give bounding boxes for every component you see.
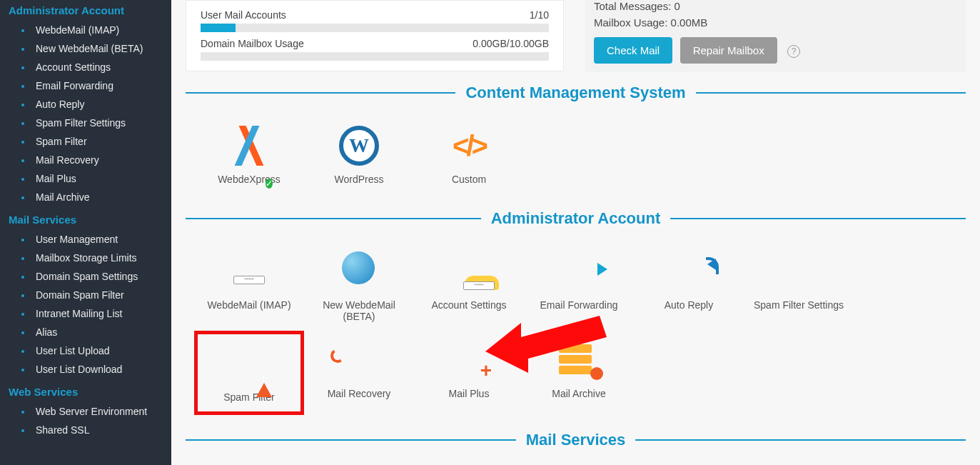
- user-settings-icon: *****: [449, 256, 489, 287]
- app-auto-reply[interactable]: Auto Reply: [634, 242, 744, 331]
- webdexpress-icon: [231, 127, 268, 164]
- sidebar-item-label: Spam Filter: [36, 136, 87, 147]
- app-label: New WebdeMail (BETA): [305, 299, 413, 322]
- mail-icon: *****: [229, 256, 269, 287]
- app-mail-plus[interactable]: + Mail Plus: [414, 331, 524, 415]
- sidebar-group-webservices-list: Web Server Environment Shared SSL: [0, 402, 171, 442]
- code-icon: </>: [453, 130, 485, 162]
- sidebar-item-label: Account Settings: [36, 61, 111, 73]
- sidebar-item-alias[interactable]: Alias: [0, 323, 171, 341]
- sidebar-item-label: Alias: [36, 326, 57, 338]
- cms-grid: ✓ WebdeXpress W WordPress </> Custom: [186, 112, 966, 202]
- sidebar-item-label: Auto Reply: [36, 99, 84, 110]
- check-mail-button[interactable]: Check Mail: [594, 37, 672, 64]
- app-new-webdemail-beta[interactable]: New WebdeMail (BETA): [304, 242, 414, 331]
- sidebar-item-intranet-mailing-list[interactable]: Intranet Mailing List: [0, 304, 171, 323]
- sidebar-item-mailbox-storage-limits[interactable]: Mailbox Storage Limits: [0, 249, 171, 267]
- section-title-cms: Content Management System: [455, 84, 695, 102]
- sidebar-item-label: Shared SSL: [36, 424, 90, 436]
- app-webdemail-imap[interactable]: ***** WebdeMail (IMAP): [194, 242, 304, 331]
- sidebar-item-mail-archive[interactable]: Mail Archive: [0, 188, 171, 206]
- sidebar-item-user-management[interactable]: User Management: [0, 230, 171, 249]
- app-label: WebdeXpress: [196, 174, 303, 185]
- sidebar-item-domain-spam-settings[interactable]: Domain Spam Settings: [0, 267, 171, 286]
- sidebar-item-label: Mail Recovery: [36, 154, 99, 166]
- app-label: Spam Filter: [199, 391, 299, 403]
- section-heading-cms: Content Management System: [186, 84, 966, 102]
- app-email-forwarding[interactable]: Email Forwarding: [524, 242, 634, 331]
- app-mail-archive[interactable]: Mail Archive: [524, 331, 634, 415]
- app-label: Mail Archive: [525, 388, 632, 399]
- mail-reply-icon: [669, 256, 709, 287]
- sidebar-group-mailservices-title: Mail Services: [0, 209, 171, 230]
- sidebar-item-new-webdemail-beta[interactable]: New WebdeMail (BETA): [0, 39, 171, 58]
- usage-row-accounts: User Mail Accounts 1/10: [201, 4, 549, 21]
- mailbox-total-messages: Total Messages: 0: [594, 0, 957, 16]
- sidebar-item-domain-spam-filter[interactable]: Domain Spam Filter: [0, 286, 171, 304]
- section-heading-admin: Administrator Account: [186, 209, 966, 228]
- sidebar-item-user-list-upload[interactable]: User List Upload: [0, 341, 171, 360]
- usage-bar-domain: [201, 52, 549, 61]
- sidebar-item-email-forwarding[interactable]: Email Forwarding: [0, 76, 171, 95]
- app-label: Mail Recovery: [305, 388, 413, 399]
- sidebar-item-user-list-download[interactable]: User List Download: [0, 360, 171, 379]
- sidebar-item-label: User List Download: [36, 364, 122, 375]
- wordpress-icon: W: [339, 126, 379, 166]
- app-mail-recovery[interactable]: Mail Recovery: [304, 331, 414, 415]
- sidebar-item-label: User Management: [36, 234, 118, 245]
- sidebar-item-auto-reply[interactable]: Auto Reply: [0, 95, 171, 114]
- mail-recovery-icon: [339, 344, 379, 376]
- sidebar-item-account-settings[interactable]: Account Settings: [0, 58, 171, 76]
- sidebar-group-admin-list: WebdeMail (IMAP) New WebdeMail (BETA) Ac…: [0, 21, 171, 209]
- mail-forward-icon: [559, 256, 599, 287]
- app-webdexpress[interactable]: ✓ WebdeXpress: [194, 116, 304, 194]
- sidebar-item-shared-ssl[interactable]: Shared SSL: [0, 421, 171, 439]
- sidebar-group-mailservices-list: User Management Mailbox Storage Limits D…: [0, 230, 171, 381]
- usage-value: 1/10: [530, 9, 549, 21]
- usage-value: 0.00GB/10.00GB: [473, 38, 549, 49]
- sidebar-item-spam-filter[interactable]: Spam Filter: [0, 132, 171, 151]
- sidebar-item-label: Web Server Environment: [36, 406, 147, 417]
- app-label: Auto Reply: [635, 299, 742, 311]
- mailbox-usage: Mailbox Usage: 0.00MB: [594, 16, 957, 33]
- check-badge-icon: ✓: [266, 179, 273, 189]
- sidebar-group-webservices-title: Web Services: [0, 381, 171, 402]
- sidebar-item-webdemail-imap[interactable]: WebdeMail (IMAP): [0, 21, 171, 39]
- globe-mail-icon: [338, 251, 380, 291]
- sidebar-item-web-server-environment[interactable]: Web Server Environment: [0, 402, 171, 421]
- usage-bar-accounts: [201, 24, 549, 32]
- mail-warning-icon: [229, 348, 269, 379]
- sidebar-item-label: Mailbox Storage Limits: [36, 252, 137, 264]
- app-label: Account Settings: [415, 299, 522, 311]
- top-row: User Mail Accounts 1/10 Domain Mailbox U…: [186, 0, 966, 72]
- sidebar-item-mail-recovery[interactable]: Mail Recovery: [0, 151, 171, 169]
- sidebar: Administrator Account WebdeMail (IMAP) N…: [0, 0, 171, 465]
- sidebar-item-label: User List Upload: [36, 345, 110, 356]
- help-icon[interactable]: ?: [787, 45, 800, 58]
- app-spam-filter[interactable]: Spam Filter: [194, 331, 304, 415]
- mail-gear-icon: [779, 256, 819, 287]
- sidebar-item-spam-filter-settings[interactable]: Spam Filter Settings: [0, 114, 171, 132]
- repair-mailbox-button[interactable]: Repair Mailbox: [680, 37, 777, 64]
- app-spam-filter-settings[interactable]: Spam Filter Settings: [744, 242, 854, 331]
- sidebar-item-label: Email Forwarding: [36, 80, 113, 91]
- sidebar-item-label: Spam Filter Settings: [36, 117, 126, 129]
- section-title-admin: Administrator Account: [481, 209, 671, 228]
- sidebar-item-mail-plus[interactable]: Mail Plus: [0, 169, 171, 188]
- sidebar-group-admin-title: Administrator Account: [0, 0, 171, 21]
- app-custom[interactable]: </> Custom: [414, 116, 524, 194]
- usage-card: User Mail Accounts 1/10 Domain Mailbox U…: [186, 0, 564, 71]
- app-account-settings[interactable]: ***** Account Settings: [414, 242, 524, 331]
- mail-plus-icon: +: [449, 344, 489, 376]
- admin-grid: ***** WebdeMail (IMAP) New WebdeMail (BE…: [186, 238, 966, 424]
- section-title-mailservices: Mail Services: [516, 431, 635, 449]
- app-label: Spam Filter Settings: [745, 299, 852, 311]
- app-label: Mail Plus: [415, 388, 522, 399]
- usage-label: Domain Mailbox Usage: [201, 38, 304, 49]
- usage-label: User Mail Accounts: [201, 9, 286, 21]
- mail-archive-icon: [559, 344, 599, 376]
- sidebar-item-label: Domain Spam Filter: [36, 289, 124, 301]
- app-wordpress[interactable]: W WordPress: [304, 116, 414, 194]
- app-label: WordPress: [305, 174, 413, 185]
- sidebar-item-label: Intranet Mailing List: [36, 308, 122, 319]
